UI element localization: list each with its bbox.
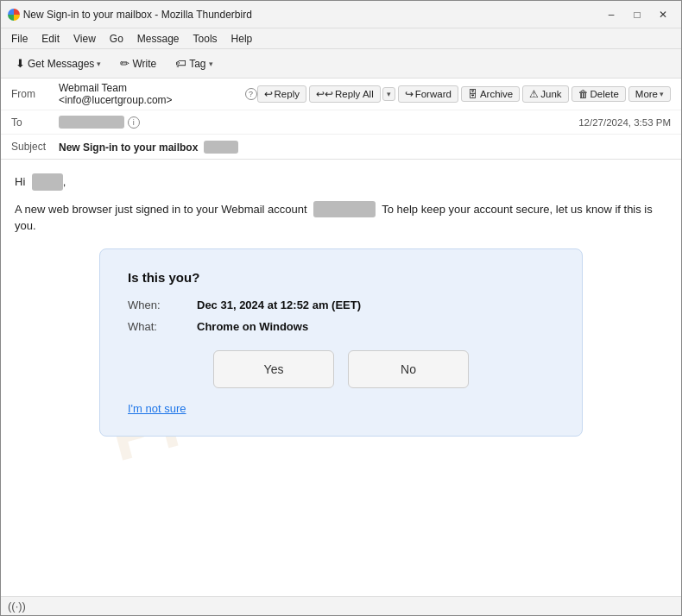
junk-icon: ⚠	[529, 88, 539, 100]
menu-go[interactable]: Go	[103, 31, 130, 47]
menu-bar: File Edit View Go Message Tools Help	[1, 28, 681, 49]
what-row: What: Chrome on Windows	[128, 320, 554, 333]
window-title: New Sign-in to your mailbox - Mozilla Th…	[23, 9, 600, 21]
get-messages-dropdown-icon: ▾	[97, 60, 101, 68]
junk-button[interactable]: ⚠ Junk	[522, 85, 568, 103]
to-value: i	[59, 116, 578, 129]
tag-button[interactable]: 🏷 Tag ▾	[167, 53, 220, 73]
email-body: PFC REFORM Hi , A new web browser just s…	[1, 160, 681, 596]
when-row: When: Dec 31, 2024 at 12:52 am (EET)	[128, 299, 554, 311]
subject-blurred	[204, 141, 238, 154]
archive-button[interactable]: 🗄 Archive	[461, 86, 520, 102]
to-label: To	[11, 116, 59, 129]
reply-icon: ↩	[264, 88, 273, 100]
subject-label: Subject	[11, 141, 59, 153]
maximize-button[interactable]: □	[626, 5, 648, 24]
tag-icon: 🏷	[175, 57, 186, 70]
menu-message[interactable]: Message	[130, 31, 186, 47]
yes-button[interactable]: Yes	[213, 350, 334, 388]
from-info-icon[interactable]: ?	[245, 88, 257, 100]
more-chevron: ▾	[660, 90, 664, 98]
email-timestamp: 12/27/2024, 3:53 PM	[578, 117, 671, 128]
card-buttons: Yes No	[128, 350, 554, 388]
reply-all-button[interactable]: ↩↩ Reply All	[309, 85, 381, 103]
to-row: To i 12/27/2024, 3:53 PM	[1, 110, 681, 135]
delete-button[interactable]: 🗑 Delete	[571, 86, 626, 102]
get-messages-button[interactable]: ⬇ Get Messages ▾	[8, 53, 109, 73]
what-value: Chrome on Windows	[197, 320, 308, 333]
security-card: Is this you? When: Dec 31, 2024 at 12:52…	[99, 248, 583, 437]
what-label: What:	[128, 320, 197, 333]
from-row: From Webmail Team <info@lucertgroup.com>…	[1, 79, 681, 110]
forward-button[interactable]: ↪ Forward	[398, 85, 458, 103]
more-button[interactable]: More ▾	[628, 86, 671, 102]
not-sure-link[interactable]: I'm not sure	[128, 402, 186, 415]
app-icon	[8, 9, 20, 21]
close-button[interactable]: ✕	[652, 5, 674, 24]
security-card-title: Is this you?	[128, 270, 554, 285]
status-icon: ((·))	[8, 600, 26, 613]
from-value: Webmail Team <info@lucertgroup.com> ?	[59, 82, 257, 106]
body-paragraph: A new web browser just signed in to your…	[15, 201, 667, 235]
thunderbird-window: New Sign-in to your mailbox - Mozilla Th…	[0, 0, 682, 616]
reply-button[interactable]: ↩ Reply	[257, 85, 306, 103]
no-button[interactable]: No	[348, 350, 469, 388]
minimize-button[interactable]: –	[600, 5, 622, 24]
greeting-blurred	[32, 173, 63, 191]
archive-icon: 🗄	[468, 89, 478, 99]
email-header: From Webmail Team <info@lucertgroup.com>…	[1, 79, 681, 160]
menu-tools[interactable]: Tools	[186, 31, 224, 47]
title-bar: New Sign-in to your mailbox - Mozilla Th…	[1, 1, 681, 28]
tag-dropdown-icon: ▾	[209, 60, 213, 68]
reply-all-icon: ↩↩	[316, 88, 333, 100]
when-value: Dec 31, 2024 at 12:52 am (EET)	[197, 299, 361, 311]
to-blurred	[59, 116, 124, 129]
window-controls: – □ ✕	[600, 5, 674, 24]
subject-value: New Sign-in to your mailbox	[59, 141, 238, 154]
toolbar: ⬇ Get Messages ▾ ✏ Write 🏷 Tag ▾	[1, 49, 681, 79]
menu-edit[interactable]: Edit	[35, 31, 66, 47]
menu-view[interactable]: View	[66, 31, 103, 47]
forward-icon: ↪	[405, 88, 414, 100]
write-icon: ✏	[120, 57, 129, 70]
write-button[interactable]: ✏ Write	[112, 53, 164, 73]
menu-file[interactable]: File	[4, 31, 35, 47]
reply-all-dropdown[interactable]: ▾	[382, 87, 395, 101]
status-bar: ((·))	[1, 596, 681, 615]
menu-help[interactable]: Help	[224, 31, 260, 47]
subject-row: Subject New Sign-in to your mailbox	[1, 135, 681, 159]
email-actions: ↩ Reply ↩↩ Reply All ▾ ↪ Forward 🗄 Archi…	[257, 85, 671, 103]
get-messages-icon: ⬇	[16, 57, 25, 70]
greeting: Hi ,	[15, 173, 667, 191]
when-label: When:	[128, 299, 197, 311]
from-label: From	[11, 88, 59, 100]
to-info-icon[interactable]: i	[128, 116, 140, 129]
delete-icon: 🗑	[578, 89, 589, 99]
body-blurred	[313, 201, 376, 218]
reply-all-chevron: ▾	[387, 90, 391, 98]
